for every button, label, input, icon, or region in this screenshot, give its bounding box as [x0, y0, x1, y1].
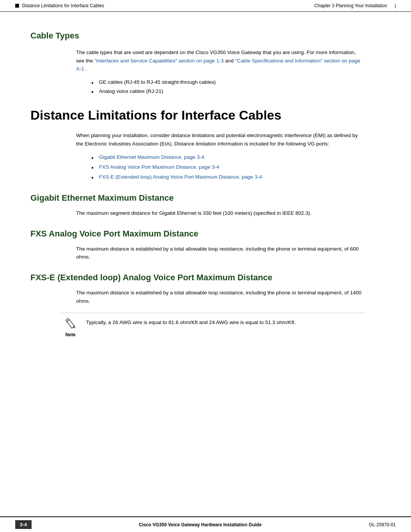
gigabit-heading: Gigabit Ethernet Maximum Distance — [30, 193, 381, 203]
cable-types-body: The cable types that are used are depend… — [76, 48, 365, 73]
list-item: GE cables (RJ-45 to RJ-45 straight-throu… — [91, 78, 365, 87]
list-item: Gigabit Ethernet Maximum Distance, page … — [91, 152, 365, 162]
cable-types-link1[interactable]: "Interfaces and Service Capabilities" se… — [94, 58, 224, 64]
cable-types-bullet-list: GE cables (RJ-45 to RJ-45 straight-throu… — [91, 78, 365, 96]
footer-document-title: Cisco VG350 Voice Gateway Hardware Insta… — [139, 522, 262, 527]
note-text: Typically, a 26 AWG wire is equal to 81.… — [86, 318, 296, 327]
header-left: Distance Limitations for Interface Cable… — [15, 3, 104, 8]
page-footer: 3-4 Cisco VG350 Voice Gateway Hardware I… — [0, 516, 411, 532]
list-item: FXS Analog Voice Port Maximum Distance, … — [91, 162, 365, 172]
header-square-icon — [15, 4, 19, 8]
note-icon-area: Note — [61, 318, 80, 337]
distance-limitations-body: When planning your installation, conside… — [76, 131, 365, 148]
distance-link-2[interactable]: FXS Analog Voice Port Maximum Distance, … — [99, 164, 219, 170]
list-item: Analog voice cables (RJ-21) — [91, 87, 365, 96]
list-item: FXS-E (Extended loop) Analog Voice Port … — [91, 172, 365, 182]
note-label: Note — [65, 332, 76, 337]
gigabit-body: The maximum segment distance for Gigabit… — [76, 209, 365, 217]
header-section-label: Distance Limitations for Interface Cable… — [22, 3, 104, 8]
fxs-heading: FXS Analog Voice Port Maximum Distance — [30, 229, 381, 239]
distance-limitations-heading: Distance Limitations for Interface Cable… — [30, 107, 381, 123]
page-header: Distance Limitations for Interface Cable… — [0, 0, 411, 12]
cable-types-heading: Cable Types — [30, 31, 381, 41]
distance-limitations-link-list: Gigabit Ethernet Maximum Distance, page … — [91, 152, 365, 182]
fxse-heading: FXS-E (Extended loop) Analog Voice Port … — [30, 273, 381, 283]
header-divider: | — [395, 3, 396, 8]
header-chapter-info: Chapter 3 Planning Your Installation — [314, 3, 387, 8]
cable-types-text2: and — [225, 58, 235, 64]
footer-page-number: 3-4 — [15, 520, 32, 529]
fxs-body: The maximum distance is established by a… — [76, 245, 365, 261]
header-right: Chapter 3 Planning Your Installation | — [314, 3, 396, 8]
fxse-body: The maximum distance is established by a… — [76, 289, 365, 305]
note-pencil-icon — [65, 318, 76, 331]
footer-doc-number: OL-25970-01 — [369, 522, 396, 527]
distance-link-1[interactable]: Gigabit Ethernet Maximum Distance, page … — [99, 154, 204, 160]
cable-types-text3: . — [86, 66, 87, 72]
note-container: Note Typically, a 26 AWG wire is equal t… — [61, 313, 365, 337]
distance-link-3[interactable]: FXS-E (Extended loop) Analog Voice Port … — [99, 174, 262, 180]
main-content: Cable Types The cable types that are use… — [0, 12, 411, 516]
